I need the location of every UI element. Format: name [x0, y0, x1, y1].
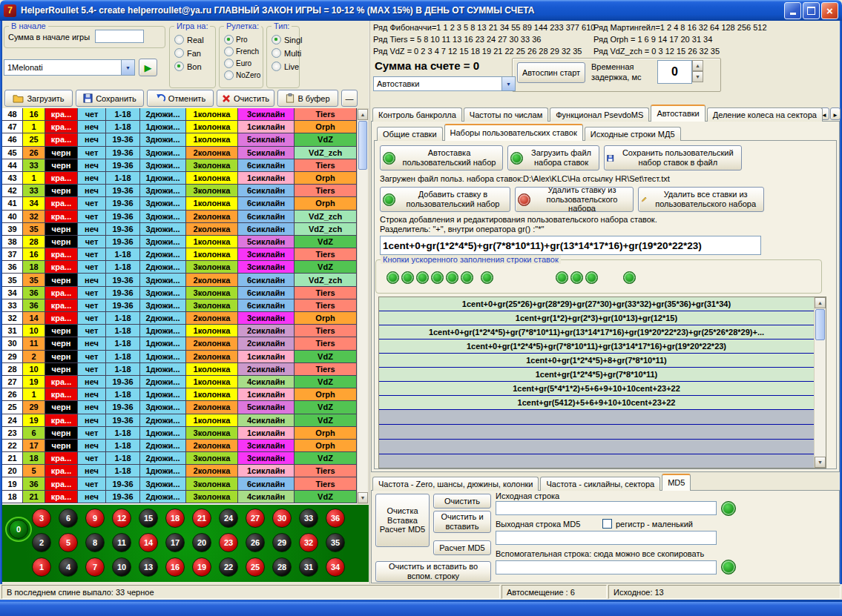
load-set-file-button[interactable]: Загрузить файл набора ставок [507, 145, 599, 170]
radio-option-euro[interactable]: Euro [224, 59, 260, 68]
spinner-up-icon[interactable] [692, 60, 703, 71]
history-row[interactable]: 3535черннеч19-363дюжи...2колонка6сиклайн… [2, 274, 357, 286]
stakes-list-scrollbar[interactable] [814, 297, 826, 468]
autospin-start-button[interactable]: Автоспин старт [517, 62, 585, 83]
history-row[interactable]: 2529черннеч19-363дюжи...2колонка5сиклайн… [2, 401, 357, 414]
minus-button[interactable]: — [341, 90, 358, 107]
history-row[interactable]: 4233черннеч19-363дюжи...3колонка6сиклайн… [2, 185, 357, 197]
board-number-14[interactable]: 14 [139, 533, 158, 552]
chevron-down-icon[interactable] [121, 60, 134, 75]
board-number-13[interactable]: 13 [139, 557, 158, 577]
board-number-6[interactable]: 6 [59, 509, 78, 528]
strategy-combobox[interactable]: 1Melonati [4, 59, 135, 76]
quick-fill-chip[interactable] [446, 271, 458, 284]
board-number-4[interactable]: 4 [59, 557, 78, 577]
history-row[interactable]: 236чернчет1-181дюжи...3колонка1сиклайнOr… [2, 427, 357, 440]
history-row[interactable]: 2719кра...неч19-362дюжи...1колонка4сикла… [2, 376, 357, 388]
delay-spinner[interactable]: 0 [657, 60, 703, 84]
quick-fill-chip[interactable] [481, 271, 493, 284]
scroll-up-icon[interactable] [358, 109, 368, 120]
history-row[interactable]: 3716кра...чет1-182дюжи...1колонка3сиклай… [2, 248, 357, 261]
md5-clear-and-paste-button[interactable]: Очистить и вставить [433, 511, 491, 533]
delete-all-stakes-button[interactable]: Удалить все ставки из пользовательского … [638, 187, 764, 212]
history-row[interactable]: 2217черннеч1-182дюжи...2колонка3сиклайнO… [2, 440, 357, 452]
board-number-19[interactable]: 19 [192, 557, 211, 577]
case-checkbox[interactable] [602, 519, 612, 529]
board-number-26[interactable]: 26 [246, 533, 265, 552]
quick-fill-chip[interactable] [570, 271, 583, 284]
history-row[interactable]: 4526чернчет19-363дюжи...2колонка5сиклайн… [2, 147, 357, 159]
quick-fill-chip[interactable] [387, 271, 399, 284]
history-row[interactable]: 2419кра...неч19-362дюжи...1колонка4сикла… [2, 414, 357, 427]
main-tab-3[interactable]: Функционал PsevdoMS [550, 107, 649, 122]
board-number-15[interactable]: 15 [139, 509, 158, 528]
bet-row-5[interactable]: 1cent+0+gr(1*2*4*5)+8+gr(7*8*10*11) [379, 354, 814, 368]
history-row[interactable]: 2118кра...чет1-182дюжи...3колонка3сиклай… [2, 452, 357, 465]
radio-option-multi[interactable]: Multi [272, 48, 302, 58]
save-set-file-button[interactable]: Сохранить пользовательский набор ставок … [604, 145, 742, 170]
autostake-user-set-button[interactable]: Автоставка пользовательский набор [380, 145, 503, 170]
sub-tab-1[interactable]: Общие ставки [377, 127, 443, 141]
add-stake-button[interactable]: Добавить ставку в пользовательский набор [380, 187, 510, 212]
history-row[interactable]: 205кра...неч1-181дюжи...2колонка1сиклайн… [2, 465, 357, 477]
md5-clear-paste-aux-button[interactable]: Очистить и вставить во вспом. строку [375, 561, 491, 582]
history-row[interactable]: 261кра...неч1-181дюжи...1колонка1сиклайн… [2, 388, 357, 401]
quick-fill-chip[interactable] [461, 271, 473, 284]
history-row[interactable]: 292чернчет1-181дюжи...2колонка1сиклайнVd… [2, 351, 357, 363]
board-number-28[interactable]: 28 [272, 557, 292, 577]
board-number-1[interactable]: 1 [32, 557, 51, 577]
board-number-10[interactable]: 10 [112, 557, 131, 577]
history-row[interactable]: 3618кра...чет1-182дюжи...3колонка3сиклай… [2, 261, 357, 274]
history-row[interactable]: 3935черннеч19-363дюжи...2колонка6сиклайн… [2, 223, 357, 236]
sub-tab-3[interactable]: Исходные строки МД5 [585, 127, 681, 141]
board-number-17[interactable]: 17 [165, 533, 185, 552]
board-number-24[interactable]: 24 [219, 509, 238, 528]
scroll-up-icon[interactable] [815, 297, 826, 308]
scroll-track[interactable] [815, 341, 826, 457]
board-number-2[interactable]: 2 [32, 533, 51, 552]
board-number-11[interactable]: 11 [112, 533, 131, 552]
md5-source-input[interactable] [496, 501, 717, 515]
delay-value[interactable]: 0 [657, 60, 692, 84]
mode-combobox[interactable]: Автоставки [373, 76, 516, 91]
board-number-16[interactable]: 16 [165, 557, 185, 577]
quick-fill-chip[interactable] [416, 271, 429, 284]
quick-fill-chip[interactable] [585, 271, 598, 284]
md5-output-input[interactable] [496, 531, 717, 545]
delete-stake-button[interactable]: Удалить ставку из пользовательского набо… [515, 187, 634, 212]
bet-row-1[interactable]: 1cent+0+gr(25*26)+gr(28*29)+gr(27*30)+gr… [379, 297, 814, 311]
board-number-34[interactable]: 34 [326, 557, 345, 577]
bottom-tab-3[interactable]: MD5 [662, 474, 691, 491]
board-number-32[interactable]: 32 [299, 533, 318, 552]
scroll-down-icon[interactable] [358, 492, 368, 503]
tab-scroll-right-button[interactable] [830, 107, 841, 120]
copy-buffer-button[interactable]: В буфер [277, 90, 338, 107]
board-number-8[interactable]: 8 [85, 533, 105, 552]
sub-tab-2[interactable]: Наборы пользовательских ставок [444, 124, 583, 141]
board-number-12[interactable]: 12 [112, 509, 131, 528]
board-number-21[interactable]: 21 [192, 509, 211, 528]
undo-button[interactable]: Отменить [147, 90, 214, 107]
history-row[interactable]: 4625кра...неч19-363дюжи...1колонка5сикла… [2, 133, 357, 146]
board-number-23[interactable]: 23 [219, 533, 238, 552]
history-row[interactable]: 3214кра...чет1-182дюжи...2колонка3сиклай… [2, 312, 357, 325]
play-button[interactable] [139, 59, 157, 76]
history-row[interactable]: 3110чернчет1-181дюжи...1колонка2сиклайнT… [2, 325, 357, 337]
title-bar[interactable]: 7 HelperRoullet 5.4- create helperroulle… [0, 0, 842, 21]
board-number-29[interactable]: 29 [272, 533, 292, 552]
history-row[interactable]: 1821кра...неч19-362дюжи...3колонка4сикла… [2, 491, 357, 503]
history-row[interactable]: 3011черннеч1-181дюжи...2колонка2сиклайнT… [2, 337, 357, 350]
md5-clear-button[interactable]: Очистить [433, 494, 491, 509]
radio-option-singl[interactable]: Singl [272, 35, 302, 44]
quick-fill-chip[interactable] [401, 271, 414, 284]
history-row[interactable]: 4032кра...чет19-363дюжи...2колонка6сикла… [2, 211, 357, 223]
bet-row-2[interactable]: 1cent+gr(1*2)+gr(2*3)+gr(10*13)+gr(12*15… [379, 311, 814, 325]
radio-option-bon[interactable]: Bon [174, 62, 204, 71]
bet-row-7[interactable]: 1cent+gr(5*4*1*2)+5+6+9+10+10cent+23+22 [379, 382, 814, 396]
quick-fill-chip[interactable] [556, 271, 568, 284]
bottom-tab-2[interactable]: Частота - сиклайны, сектора [540, 477, 660, 491]
history-row[interactable]: 4816кра...чет1-182дюжи...1колонка3сиклай… [2, 108, 357, 121]
history-row[interactable]: 1936кра...чет19-363дюжи...3колонка6сикла… [2, 477, 357, 490]
radio-option-live[interactable]: Live [272, 62, 302, 71]
close-button[interactable] [821, 2, 838, 19]
